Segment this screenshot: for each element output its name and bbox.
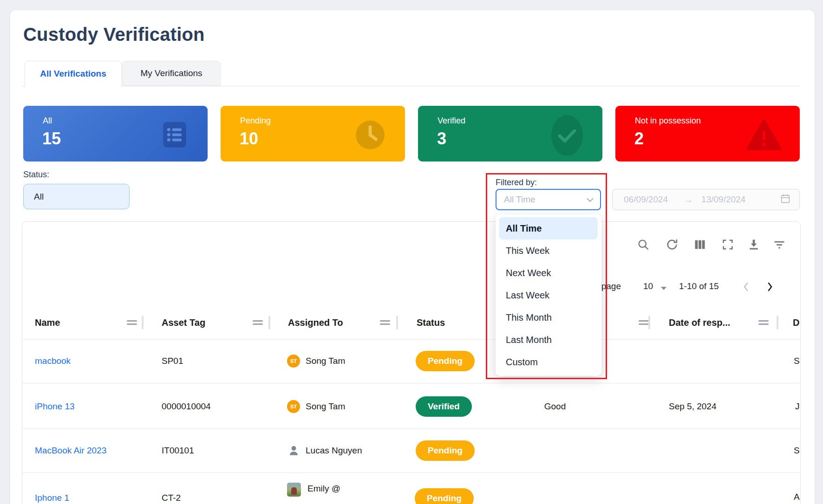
- warning-triangle-icon: [746, 118, 782, 154]
- column-header-status[interactable]: Status: [417, 317, 445, 328]
- next-page-icon[interactable]: [766, 281, 774, 292]
- dropdown-option-next-week[interactable]: Next Week: [496, 262, 601, 284]
- fullscreen-icon[interactable]: [721, 238, 734, 251]
- status-badge: Pending: [416, 440, 475, 461]
- dropdown-option-last-month[interactable]: Last Month: [496, 329, 601, 351]
- row-divider: [22, 383, 800, 383]
- column-separator[interactable]: [396, 316, 398, 330]
- column-drag-icon[interactable]: [639, 320, 649, 325]
- column-header-name[interactable]: Name: [35, 317, 60, 328]
- asset-name-link[interactable]: iPhone 13: [35, 401, 75, 412]
- condition-cell: Good: [529, 401, 581, 412]
- column-separator[interactable]: [268, 316, 270, 330]
- clipped-cell-text: J: [795, 401, 800, 412]
- stat-card-pending[interactable]: Pending 10: [221, 106, 405, 162]
- avatar: ST: [287, 355, 300, 368]
- tab-my-verifications[interactable]: My Verifications: [122, 61, 221, 86]
- column-drag-icon[interactable]: [253, 320, 263, 325]
- stat-card-not-in-possession-label: Not in possession: [635, 116, 701, 126]
- page-title: Custody Verification: [23, 24, 205, 45]
- asset-tag-cell: CT-2: [162, 493, 181, 503]
- stat-card-verified-value: 3: [437, 129, 446, 149]
- date-to-value: 13/09/2024: [701, 194, 745, 205]
- stat-card-pending-label: Pending: [240, 116, 271, 126]
- filtered-by-placeholder: All Time: [504, 194, 536, 205]
- assigned-to-cell: Emily @: [307, 484, 340, 494]
- dropdown-option-last-week[interactable]: Last Week: [496, 284, 601, 306]
- chevron-down-icon: [587, 194, 594, 205]
- date-range-picker[interactable]: 06/09/2024 → 13/09/2024: [612, 189, 800, 210]
- person-icon: [287, 444, 300, 459]
- column-header-asset-tag[interactable]: Asset Tag: [162, 317, 205, 328]
- status-filter-select[interactable]: All: [23, 184, 130, 209]
- row-divider: [22, 428, 800, 429]
- filtered-by-label: Filtered by:: [496, 178, 537, 187]
- status-badge: Verified: [416, 396, 472, 417]
- status-badge: Pending: [415, 488, 474, 504]
- download-icon[interactable]: [747, 238, 760, 251]
- clipped-cell-text: A: [794, 492, 800, 502]
- tab-my-verifications-label: My Verifications: [140, 68, 202, 78]
- date-of-resp-cell: Sep 5, 2024: [669, 401, 716, 412]
- tab-all-verifications-label: All Verifications: [40, 69, 106, 79]
- filtered-by-select[interactable]: All Time: [496, 189, 601, 210]
- assigned-to-cell: Song Tam: [306, 401, 345, 412]
- previous-page-icon[interactable]: [742, 281, 750, 292]
- per-page-value[interactable]: 10: [643, 281, 653, 291]
- verifications-table-card: [22, 221, 801, 504]
- status-filter-label: Status:: [23, 170, 49, 180]
- status-filter-value: All: [34, 192, 44, 202]
- stat-card-verified[interactable]: Verified 3: [418, 106, 602, 162]
- assigned-to-cell: Song Tam: [306, 356, 345, 366]
- status-badge: Pending: [416, 351, 475, 371]
- column-header-clipped[interactable]: D: [793, 317, 799, 328]
- column-drag-icon[interactable]: [127, 320, 137, 325]
- filtered-by-dropdown: All Time This Week Next Week Last Week T…: [496, 214, 601, 376]
- filter-icon[interactable]: [773, 238, 786, 251]
- asset-name-link[interactable]: macbook: [35, 356, 71, 366]
- dropdown-option-this-week[interactable]: This Week: [496, 239, 601, 262]
- clock-icon: [353, 118, 387, 154]
- stat-card-all-label: All: [43, 116, 52, 126]
- date-range-arrow-icon: →: [684, 194, 693, 205]
- stat-card-not-in-possession-value: 2: [634, 129, 644, 149]
- per-page-caret-icon[interactable]: [660, 284, 667, 292]
- pagination-range-label: 1-10 of 15: [679, 281, 719, 291]
- clipped-cell-text: S: [794, 356, 800, 366]
- stat-card-pending-value: 10: [240, 129, 258, 149]
- assigned-to-cell: Lucas Nguyen: [306, 446, 362, 456]
- stat-card-verified-label: Verified: [438, 116, 465, 126]
- dropdown-option-custom[interactable]: Custom: [496, 351, 601, 373]
- dropdown-option-this-month[interactable]: This Month: [496, 306, 601, 329]
- column-drag-icon[interactable]: [380, 320, 390, 325]
- column-separator[interactable]: [142, 316, 144, 330]
- list-icon: [159, 119, 190, 152]
- asset-tag-cell: SP01: [162, 356, 183, 366]
- avatar-photo: [287, 483, 301, 497]
- tab-divider: [22, 86, 800, 86]
- check-circle-icon: [549, 114, 585, 159]
- avatar: ST: [287, 400, 300, 413]
- stat-card-not-in-possession[interactable]: Not in possession 2: [615, 106, 800, 162]
- search-icon[interactable]: [637, 238, 650, 251]
- asset-name-link[interactable]: MacBook Air 2023: [35, 446, 106, 456]
- refresh-icon[interactable]: [666, 238, 679, 251]
- row-divider: [22, 339, 800, 340]
- clipped-cell-text: S: [794, 446, 800, 456]
- asset-tag-cell: IT00101: [162, 446, 194, 456]
- dropdown-option-all-time[interactable]: All Time: [499, 217, 598, 239]
- date-from-value: 06/09/2024: [624, 194, 668, 205]
- stat-card-all[interactable]: All 15: [23, 106, 208, 162]
- calendar-icon: [780, 193, 791, 207]
- column-separator[interactable]: [777, 316, 778, 330]
- columns-icon[interactable]: [693, 238, 706, 251]
- column-header-date-of-resp[interactable]: Date of resp...: [669, 317, 730, 328]
- stat-card-all-value: 15: [42, 129, 61, 149]
- row-divider: [22, 472, 800, 473]
- column-separator[interactable]: [648, 316, 650, 330]
- asset-name-link[interactable]: Iphone 1: [35, 493, 69, 503]
- column-drag-icon[interactable]: [758, 320, 769, 325]
- asset-tag-cell: 0000010004: [162, 401, 211, 412]
- column-header-assigned-to[interactable]: Assigned To: [288, 317, 343, 328]
- tab-all-verifications[interactable]: All Verifications: [25, 61, 122, 86]
